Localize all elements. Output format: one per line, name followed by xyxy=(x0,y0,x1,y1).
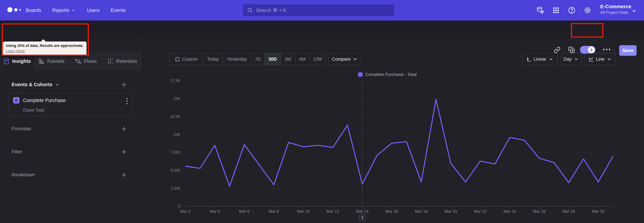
event-card[interactable]: A Complete Purchase Count Total xyxy=(8,93,132,117)
events-cohorts-header[interactable]: Events & Cohorts xyxy=(12,82,60,87)
legend-label: Complete Purchase - Total xyxy=(365,72,416,77)
y-tick-label: 5,000 xyxy=(147,168,180,173)
search-icon xyxy=(247,8,253,13)
axis-icon xyxy=(526,56,532,62)
range-7d[interactable]: 7D xyxy=(251,53,264,65)
calendar-icon xyxy=(175,56,180,62)
y-tick-label: 12.5K xyxy=(147,115,180,119)
range-6m[interactable]: 6M xyxy=(295,53,310,65)
nav-item-reports[interactable]: Reports xyxy=(52,8,76,13)
section-breakdown: Breakdown xyxy=(12,172,35,177)
x-tick-label: Mar 22 xyxy=(468,209,493,214)
legend-swatch xyxy=(358,72,362,77)
sampling-tooltip: Using 10% of data. Results are approxima… xyxy=(3,42,86,56)
chevron-down-icon xyxy=(55,82,60,87)
chevron-down-icon xyxy=(352,56,358,62)
x-tick-label: Mar 14 xyxy=(350,209,375,214)
query-sidebar: InsightsFunnelsFlowsRetention Events & C… xyxy=(0,38,141,223)
line-chart-icon xyxy=(588,56,594,62)
y-tick-label: 10K xyxy=(147,133,180,137)
mixpanel-insights-screen: BoardsReportsUsersEvents Search ⌘ + K E-… xyxy=(0,0,644,223)
insights-icon xyxy=(3,58,10,65)
top-nav: BoardsReportsUsersEvents Search ⌘ + K E-… xyxy=(0,0,644,21)
events-cohorts-label: Events & Cohorts xyxy=(12,82,52,87)
apps-grid-icon[interactable] xyxy=(552,6,560,14)
add-filter-button[interactable] xyxy=(121,149,128,155)
nav-item-boards[interactable]: Boards xyxy=(26,8,41,13)
add-breakdown-button[interactable] xyxy=(121,172,128,178)
x-tick-label: Mar 30 xyxy=(586,209,611,214)
x-tick-label: Mar 8 xyxy=(261,209,286,214)
nav-item-events[interactable]: Events xyxy=(111,8,126,13)
range-yesterday[interactable]: Yesterday xyxy=(223,53,251,65)
x-tick-label: Mar 18 xyxy=(409,209,434,214)
x-tick-label: Mar 4 xyxy=(202,209,228,214)
settings-gear-icon[interactable] xyxy=(584,6,591,14)
y-tick-label: 2,500 xyxy=(147,186,180,191)
compare-button[interactable]: Compare xyxy=(328,53,362,65)
linear-dropdown[interactable]: Linear xyxy=(522,53,558,65)
x-tick-label: Mar 24 xyxy=(497,209,522,214)
event-metric[interactable]: Count Total xyxy=(23,108,44,113)
event-name[interactable]: Complete Purchase xyxy=(23,98,66,103)
chart-legend[interactable]: Complete Purchase - Total xyxy=(358,72,416,77)
tab-retention[interactable]: Retention xyxy=(103,52,141,70)
range-3m[interactable]: 3M xyxy=(280,53,295,65)
x-tick-label: Mar 26 xyxy=(526,209,552,214)
project-name: E-Commerce xyxy=(600,4,631,10)
x-tick-label: Mar 6 xyxy=(232,209,257,214)
project-switcher[interactable]: E-Commerce All Project Data xyxy=(600,4,631,15)
flows-icon xyxy=(75,58,81,64)
add-event-button[interactable] xyxy=(121,81,128,88)
annotation-marker-1[interactable]: 1 xyxy=(359,214,366,221)
compare-label: Compare xyxy=(332,57,350,62)
section-filter: Filter xyxy=(12,149,22,154)
learn-more-link[interactable]: Learn More xyxy=(6,49,25,53)
x-tick-label: Mar 28 xyxy=(556,209,581,214)
chart-canvas: CustomTodayYesterday7D30D3M6M12M Compare… xyxy=(141,38,644,223)
nav-item-users[interactable]: Users xyxy=(87,8,100,13)
search-input[interactable]: Search ⌘ + K xyxy=(243,4,394,16)
day-dropdown[interactable]: Day xyxy=(561,53,582,65)
date-range-control: CustomTodayYesterday7D30D3M6M12M xyxy=(170,53,325,65)
range-30d[interactable]: 30D xyxy=(264,53,280,65)
chevron-down-icon xyxy=(631,8,637,14)
range-custom[interactable]: Custom xyxy=(170,53,203,65)
range-today[interactable]: Today xyxy=(203,53,223,65)
mixpanel-logo[interactable] xyxy=(8,7,21,12)
retention-icon xyxy=(107,58,114,64)
kebab-menu-icon[interactable] xyxy=(126,98,128,104)
add-formulas-button[interactable] xyxy=(121,126,128,132)
section-formulas: Formulas xyxy=(12,126,31,131)
data-management-icon[interactable] xyxy=(536,6,544,14)
line-chart-plot[interactable] xyxy=(185,81,613,212)
x-tick-label: Mar 16 xyxy=(379,209,404,214)
y-tick-label: 0 xyxy=(147,204,180,209)
funnels-icon xyxy=(38,58,44,64)
y-tick-label: 15K xyxy=(147,96,180,101)
x-tick-label: Mar 2 xyxy=(173,209,198,214)
report-title-bar: Untitled Sampled + Add description... Sa… xyxy=(0,21,644,38)
x-tick-label: Mar 12 xyxy=(320,209,345,214)
search-placeholder: Search ⌘ + K xyxy=(256,8,286,13)
x-tick-label: Mar 20 xyxy=(438,209,464,214)
y-tick-label: 7,500 xyxy=(147,150,180,155)
tooltip-text: Using 10% of data. Results are approxima… xyxy=(6,44,84,48)
line-dropdown[interactable]: Line xyxy=(584,53,616,65)
event-series-letter: A xyxy=(13,97,20,103)
main-nav: BoardsReportsUsersEvents xyxy=(26,0,126,21)
range-12m[interactable]: 12M xyxy=(310,53,325,65)
x-tick-label: Mar 10 xyxy=(291,209,316,214)
help-icon[interactable] xyxy=(568,6,576,14)
y-tick-label: 17.5K xyxy=(147,78,180,83)
project-scope: All Project Data xyxy=(600,10,631,15)
